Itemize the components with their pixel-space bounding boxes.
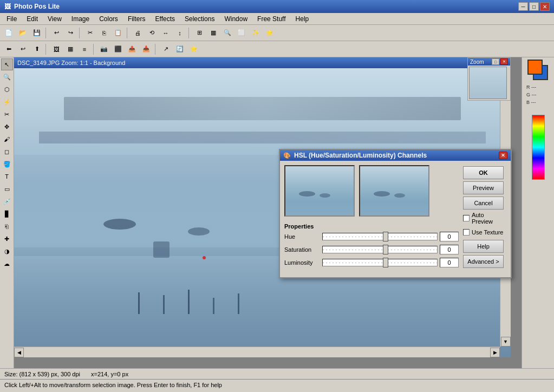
tb-undo[interactable]: ↩ <box>50 27 63 40</box>
use-texture-checkbox[interactable] <box>463 229 470 236</box>
scroll-down-button[interactable]: ▼ <box>501 337 511 347</box>
hue-value[interactable]: 0 <box>440 232 459 241</box>
tb2-1[interactable]: ⬅ <box>2 43 15 56</box>
tb2-save2[interactable]: ⬛ <box>112 43 125 56</box>
minimize-button[interactable]: ─ <box>518 2 528 11</box>
tb2-2[interactable]: ↩ <box>16 43 29 56</box>
hsl-close-button[interactable]: ✕ <box>499 152 507 159</box>
tb2-export[interactable]: 📤 <box>126 43 139 56</box>
menu-effects[interactable]: Effects <box>151 14 179 24</box>
toolbar-2: ⬅ ↩ ⬆ 🖼 ▦ ≡ 📷 ⬛ 📤 📥 ↗ 🔄 ⭐ <box>0 41 554 57</box>
saturation-slider-dots <box>323 250 437 250</box>
tb-cut[interactable]: ✂ <box>83 27 96 40</box>
tool-brush[interactable]: 🖌 <box>1 133 13 145</box>
tb2-camera[interactable]: 📷 <box>97 43 110 56</box>
menu-file[interactable]: File <box>2 14 21 24</box>
tool-fill[interactable]: 🪣 <box>1 158 13 170</box>
cursor-coords: x=214, y=0 px <box>91 371 128 377</box>
tb2-grid[interactable]: ▦ <box>64 43 77 56</box>
auto-preview-checkbox[interactable] <box>463 215 470 221</box>
zoom-content <box>468 66 510 100</box>
tb-copy[interactable]: ⎘ <box>97 27 110 40</box>
zoom-expand-button[interactable]: □ <box>492 58 499 65</box>
tb-flip-h[interactable]: ↔ <box>159 27 172 40</box>
tb-paste[interactable]: 📋 <box>112 27 125 40</box>
hsl-help-button[interactable]: Help <box>463 240 504 253</box>
tool-smudge[interactable]: ☁ <box>1 258 13 270</box>
tool-move[interactable]: ✥ <box>1 121 13 133</box>
hsl-main: Properties Hue 0 Saturation <box>284 165 459 273</box>
horizontal-scrollbar[interactable]: ◀ ▶ <box>14 347 500 357</box>
tb-open[interactable]: 📂 <box>16 27 29 40</box>
tool-burn[interactable]: ◑ <box>1 245 13 257</box>
luminosity-slider[interactable] <box>322 259 438 266</box>
scroll-right-button[interactable]: ▶ <box>490 348 500 357</box>
saturation-slider[interactable] <box>322 246 438 253</box>
tb2-star2[interactable]: ⭐ <box>187 43 200 56</box>
luminosity-value[interactable]: 0 <box>440 258 459 267</box>
tb-flip-v[interactable]: ↕ <box>173 27 186 40</box>
menu-colors[interactable]: Colors <box>95 14 122 24</box>
tb2-arrow[interactable]: ↗ <box>159 43 172 56</box>
toolbar-separator-2 <box>79 28 81 38</box>
tb2-3[interactable]: ⬆ <box>30 43 43 56</box>
luminosity-slider-thumb[interactable] <box>383 258 388 267</box>
auto-preview-row: Auto Preview <box>463 212 506 225</box>
tool-eraser[interactable]: ◻ <box>1 146 13 158</box>
luminosity-label: Luminosity <box>284 259 322 266</box>
tool-heal[interactable]: ✚ <box>1 233 13 245</box>
menu-bar: File Edit View Image Colors Filters Effe… <box>0 13 554 25</box>
menu-image[interactable]: Image <box>67 14 94 24</box>
tb-crop[interactable]: ▦ <box>207 27 220 40</box>
foreground-color-swatch[interactable] <box>527 60 543 75</box>
menu-edit[interactable]: Edit <box>22 14 42 24</box>
close-button[interactable]: ✕ <box>540 2 550 11</box>
tb-resize[interactable]: ⊞ <box>193 27 206 40</box>
tool-select[interactable]: ↖ <box>1 58 13 70</box>
hsl-advanced-button[interactable]: Advanced > <box>463 255 504 268</box>
canvas-title: DSC_3149.JPG Zoom: 1:1 - Background <box>17 60 125 66</box>
saturation-slider-thumb[interactable] <box>383 245 388 254</box>
tool-clone[interactable]: ⎗ <box>1 220 13 232</box>
zoom-titlebar: Zoom □ ✕ <box>468 58 510 66</box>
tb-select-all[interactable]: ⬜ <box>235 27 248 40</box>
tb2-import[interactable]: 📥 <box>140 43 153 56</box>
saturation-value[interactable]: 0 <box>440 245 459 254</box>
hue-slider-thumb[interactable] <box>383 232 388 241</box>
menu-filters[interactable]: Filters <box>123 14 150 24</box>
tb-star[interactable]: ⭐ <box>263 27 276 40</box>
tool-lasso[interactable]: ⬡ <box>1 83 13 95</box>
tb-save[interactable]: 💾 <box>30 27 43 40</box>
scroll-left-button[interactable]: ◀ <box>14 348 24 357</box>
menu-window[interactable]: Window <box>220 14 252 24</box>
menu-free-stuff[interactable]: Free Stuff <box>253 14 290 24</box>
tool-eyedropper[interactable]: 💉 <box>1 195 13 207</box>
tool-crop[interactable]: ✂ <box>1 108 13 120</box>
bottom-bar: Click Left/+Alt to move/transform select… <box>0 379 554 390</box>
color-spectrum[interactable] <box>532 115 545 180</box>
tool-gradient[interactable]: ▊ <box>1 208 13 220</box>
tb2-list[interactable]: ≡ <box>78 43 91 56</box>
hsl-preview-button[interactable]: Preview <box>463 181 504 194</box>
hue-slider[interactable] <box>322 233 438 240</box>
menu-help[interactable]: Help <box>291 14 314 24</box>
tb-new[interactable]: 📄 <box>2 27 15 40</box>
tb2-refresh[interactable]: 🔄 <box>173 43 186 56</box>
tb2-thumbnail[interactable]: 🖼 <box>50 43 63 56</box>
maximize-button[interactable]: □ <box>529 2 539 11</box>
menu-selections[interactable]: Selections <box>180 14 219 24</box>
hsl-cancel-button[interactable]: Cancel <box>463 197 504 210</box>
tb-rotate[interactable]: ⟲ <box>145 27 158 40</box>
menu-view[interactable]: View <box>43 14 66 24</box>
tb-magic[interactable]: ✨ <box>249 27 262 40</box>
tb-redo[interactable]: ↪ <box>64 27 77 40</box>
tb-print[interactable]: 🖨 <box>131 27 144 40</box>
tool-zoom[interactable]: 🔍 <box>1 71 13 83</box>
zoom-close-button[interactable]: ✕ <box>500 58 508 65</box>
hsl-dialog: 🎨 HSL (Hue/Saturation/Luminosity) Channe… <box>279 149 512 278</box>
tool-text[interactable]: T <box>1 171 13 182</box>
hsl-ok-button[interactable]: OK <box>463 166 504 179</box>
tool-magic-wand[interactable]: ⚡ <box>1 96 13 108</box>
tool-shape[interactable]: ▭ <box>1 183 13 195</box>
tb-zoom-in[interactable]: 🔍 <box>221 27 234 40</box>
